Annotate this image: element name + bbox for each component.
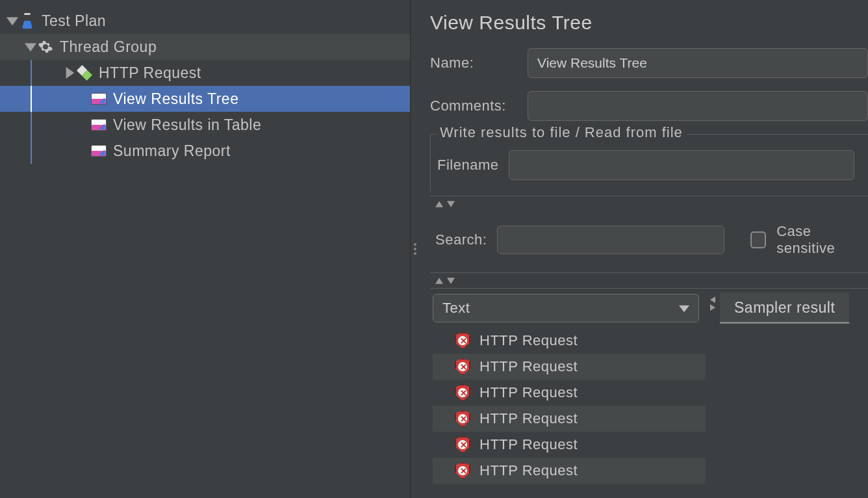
name-input[interactable] — [528, 48, 868, 78]
tree-label: Test Plan — [42, 12, 106, 30]
result-item[interactable]: ✕HTTP Request — [433, 380, 706, 406]
case-sensitive-label: Case sensitive — [776, 223, 868, 257]
svg-marker-8 — [710, 296, 715, 303]
svg-marker-1 — [25, 44, 36, 52]
case-sensitive-checkbox[interactable] — [750, 231, 767, 248]
tree-node-summary-report[interactable]: Summary Report — [0, 138, 410, 164]
search-input[interactable] — [497, 226, 724, 254]
tree-node-http-request[interactable]: HTTP Request — [0, 60, 410, 86]
error-shield-icon: ✕ — [455, 436, 470, 453]
fieldset-legend: Write results to file / Read from file — [436, 124, 687, 141]
result-item[interactable]: ✕HTTP Request — [433, 432, 706, 458]
tab-sampler-result[interactable]: Sampler result — [720, 293, 849, 324]
result-item[interactable]: ✕HTTP Request — [433, 354, 706, 380]
section-collapse-bar[interactable] — [430, 196, 868, 211]
renderer-dropdown[interactable]: Text — [433, 294, 699, 322]
result-label: HTTP Request — [479, 332, 578, 349]
tree-label: Thread Group — [60, 38, 157, 56]
result-item[interactable]: ✕HTTP Request — [433, 458, 706, 484]
svg-marker-0 — [6, 18, 18, 26]
svg-marker-7 — [679, 306, 689, 313]
sampler-icon — [75, 65, 94, 81]
file-output-fieldset: Write results to file / Read from file F… — [430, 134, 868, 192]
tree-label: View Results in Table — [113, 116, 261, 134]
result-list: ✕HTTP Request✕HTTP Request✕HTTP Request✕… — [433, 328, 706, 484]
panel-title: View Results Tree — [430, 12, 868, 34]
svg-marker-4 — [447, 201, 455, 207]
svg-marker-9 — [710, 304, 715, 311]
tree-label: Summary Report — [113, 142, 231, 160]
error-shield-icon: ✕ — [455, 462, 470, 479]
tree-label: View Results Tree — [113, 90, 238, 108]
result-item[interactable]: ✕HTTP Request — [433, 328, 706, 354]
search-label: Search: — [435, 231, 487, 248]
error-shield-icon: ✕ — [455, 358, 470, 375]
error-shield-icon: ✕ — [455, 410, 470, 427]
tree-node-view-results-table[interactable]: View Results in Table — [0, 112, 410, 138]
section-collapse-bar[interactable] — [430, 272, 868, 288]
expand-toggle-icon[interactable] — [6, 15, 18, 27]
result-label: HTTP Request — [479, 410, 578, 427]
gear-icon — [36, 39, 55, 55]
svg-marker-6 — [447, 278, 455, 284]
beaker-icon — [18, 13, 36, 29]
result-label: HTTP Request — [479, 462, 578, 479]
tree-node-thread-group[interactable]: Thread Group — [0, 34, 410, 60]
svg-marker-5 — [435, 278, 443, 284]
error-shield-icon: ✕ — [455, 384, 470, 401]
result-label: HTTP Request — [479, 358, 578, 375]
filename-label: Filename — [437, 157, 498, 174]
svg-marker-3 — [435, 201, 443, 207]
result-item[interactable]: ✕HTTP Request — [433, 406, 706, 432]
svg-marker-2 — [66, 67, 75, 79]
report-icon — [90, 145, 108, 157]
tree-node-test-plan[interactable]: Test Plan — [0, 8, 410, 34]
inner-splitter[interactable] — [706, 289, 720, 484]
expand-toggle-icon[interactable] — [25, 41, 36, 53]
renderer-selected: Text — [442, 300, 470, 317]
expand-toggle-icon[interactable] — [64, 67, 75, 79]
vertical-splitter[interactable]: ••• — [411, 0, 420, 498]
comments-label: Comments: — [430, 98, 528, 114]
name-label: Name: — [430, 55, 528, 72]
detail-pane: Sampler result — [720, 289, 868, 484]
result-label: HTTP Request — [479, 436, 578, 453]
tree-node-view-results-tree[interactable]: View Results Tree — [0, 86, 410, 112]
grip-icon: ••• — [414, 242, 417, 256]
report-icon — [90, 93, 108, 105]
chevron-down-icon — [679, 300, 689, 317]
tree-label: HTTP Request — [99, 64, 201, 82]
comments-input[interactable] — [528, 91, 868, 121]
report-icon — [90, 119, 108, 131]
editor-panel: View Results Tree Name: Comments: Write … — [420, 0, 868, 498]
error-shield-icon: ✕ — [455, 332, 470, 349]
result-label: HTTP Request — [479, 384, 578, 401]
results-pane: Text ✕HTTP Request✕HTTP Request✕HTTP Req… — [430, 289, 706, 484]
filename-input[interactable] — [509, 150, 854, 180]
test-plan-tree: Test Plan Thread Group HTTP Request View… — [0, 0, 411, 498]
